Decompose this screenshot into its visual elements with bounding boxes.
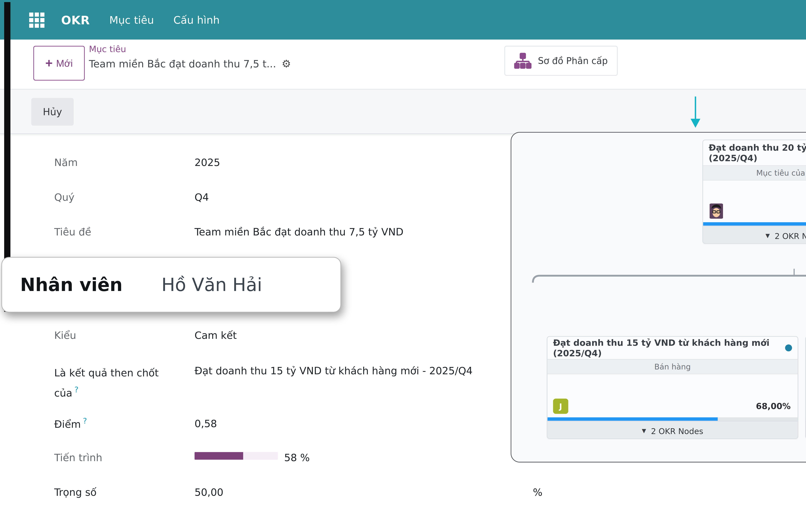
pointer-arrow-line [695,96,696,119]
help-icon[interactable]: ? [74,385,78,394]
okr-node-expand-button[interactable]: ▼ 2 OKR Nodes [703,226,806,244]
avatar-initial-j: J [553,399,568,414]
app-brand-okr[interactable]: OKR [61,13,90,27]
field-value-quy[interactable]: Q4 [194,192,209,203]
new-record-button[interactable]: + Mới [33,46,85,80]
control-panel: + Mới Mục tiêu Team miền Bắc đạt doanh t… [0,40,806,89]
hierarchy-connector [511,263,806,291]
record-title: Team miền Bắc đạt doanh thu 7,5 t... [89,58,276,70]
okr-node-avatar [709,204,724,219]
okr-node-body: J 68,00% [547,374,798,417]
field-label-nam: Năm [54,157,78,168]
okr-node-group: Mục tiêu của công ty [703,165,806,180]
field-value-ket-qua-then-chot[interactable]: Đạt doanh thu 15 tỷ VND từ khách hàng mớ… [194,365,521,376]
field-label-diem: Điểm? [54,417,87,430]
field-label-tieu-de: Tiêu đề [54,226,91,238]
menu-cau-hinh[interactable]: Cấu hình [173,14,220,26]
okr-hierarchy-panel: Đạt doanh thu 20 tỷ VND (2025/Q4) Mục ti… [511,132,806,462]
plus-icon: + [45,57,53,70]
okr-node-title-row: Đạt doanh thu 15 tỷ VND từ khách hàng mớ… [547,337,798,359]
okr-node-footer-label: 2 OKR Nodes [651,426,703,436]
employee-field-label: Nhân viên [20,274,123,295]
progress-bar [194,452,278,460]
progress-percent-text: 58 % [284,452,310,463]
sitemap-icon [514,53,532,69]
okr-node-avatar-initial: J [553,399,568,414]
apps-grid-icon-glyph [29,12,44,27]
gear-icon[interactable]: ⚙ [282,59,291,69]
employee-field-value: Hồ Văn Hải [162,274,262,295]
okr-node-progress-fill [703,222,806,226]
hierarchy-view-button[interactable]: Sơ đồ Phân cấp [504,46,618,76]
okr-node-root[interactable]: Đạt doanh thu 20 tỷ VND (2025/Q4) Mục ti… [702,139,806,244]
field-suffix-percent: % [533,487,542,498]
okr-node-progress-fill [547,417,717,421]
field-label-trong-so: Trọng số [54,487,97,498]
okr-node-progressbar [547,417,798,421]
okr-node-expand-button[interactable]: ▼ 2 OKR Nodes [547,421,798,439]
menu-muc-tieu[interactable]: Mục tiêu [109,14,154,26]
field-label-tien-trinh: Tiến trình [54,452,102,463]
avatar-man-glasses-icon [709,204,724,219]
breadcrumb-parent-link[interactable]: Mục tiêu [89,44,126,54]
new-record-label: Mới [56,58,73,69]
apps-grid-icon[interactable] [28,11,46,29]
breadcrumb: Team miền Bắc đạt doanh thu 7,5 t... ⚙ [89,58,291,70]
progress-bar-fill [194,452,243,460]
okr-node-child-right[interactable]: Đạt doanh thu 5 tỷ VND từ khách hàng cũ … [805,336,806,439]
okr-node-title: Đạt doanh thu 20 tỷ VND (2025/Q4) [709,142,806,163]
status-dot-icon [785,344,792,352]
caret-down-icon: ▼ [766,233,770,239]
okr-node-progressbar [703,222,806,226]
okr-node-group: Bán hàng [547,359,798,374]
field-value-nam[interactable]: 2025 [194,157,220,168]
pointer-arrow-down-icon [691,119,700,128]
field-label-kieu: Kiểu [54,330,76,341]
field-value-tieu-de[interactable]: Team miền Bắc đạt doanh thu 7,5 tỷ VND [194,226,404,238]
field-label-ket-qua-then-chot: Là kết quả then chốt của? [54,364,184,403]
okr-node-percent: 68,00% [756,401,790,411]
help-icon[interactable]: ? [83,417,87,426]
okr-node-body: 75,00% [703,180,806,222]
employee-field-popup: Nhân viên Hồ Văn Hải [1,257,341,312]
okr-node-title: Đạt doanh thu 15 tỷ VND từ khách hàng mớ… [553,338,780,358]
top-navbar: OKR Mục tiêu Cấu hình 8 [0,0,806,40]
caret-down-icon: ▼ [642,428,646,434]
okr-node-child-left[interactable]: Đạt doanh thu 15 tỷ VND từ khách hàng mớ… [547,336,798,439]
okr-app-screen: OKR Mục tiêu Cấu hình 8 [0,0,806,532]
cancel-button[interactable]: Hủy [31,98,74,126]
hierarchy-view-label: Sơ đồ Phân cấp [538,56,608,66]
okr-node-footer-label: 2 OKR Nodes [774,231,806,241]
field-label-quy: Quý [54,192,74,203]
okr-node-title-row: Đạt doanh thu 20 tỷ VND (2025/Q4) [703,140,806,165]
field-value-trong-so[interactable]: 50,00 [194,487,223,498]
field-value-diem[interactable]: 0,58 [194,418,217,429]
form-statusbar: Hủy Dự thảo Đã xác nhận Đã hủy [0,89,806,134]
field-value-kieu[interactable]: Cam kết [194,330,237,341]
